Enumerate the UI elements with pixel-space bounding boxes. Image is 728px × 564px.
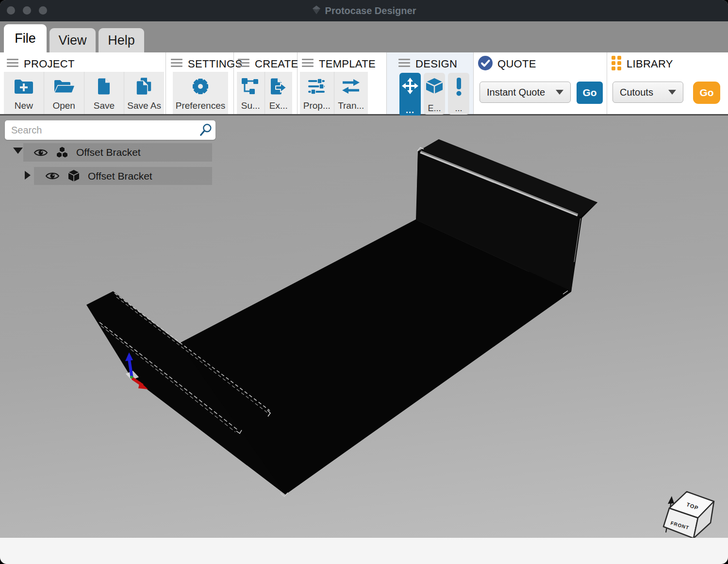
hamburger-menu-icon[interactable] <box>302 59 314 69</box>
button-label: Preferences <box>176 100 225 111</box>
button-label: Ex... <box>269 100 288 111</box>
button-label: Tran... <box>338 100 364 111</box>
save-button[interactable]: Save <box>84 72 125 114</box>
open-project-button[interactable]: Open <box>44 72 84 114</box>
exclamation-icon <box>455 78 463 98</box>
section-title: LIBRARY <box>627 58 673 70</box>
tab-file[interactable]: File <box>4 24 47 52</box>
button-label: ... <box>455 105 462 112</box>
3d-viewport[interactable]: TOP FRONT <box>0 116 728 538</box>
export-button[interactable]: Ex... <box>265 72 293 114</box>
assembly-cubes-icon <box>56 146 68 159</box>
section-title: QUOTE <box>497 58 536 70</box>
new-folder-icon <box>14 72 33 100</box>
button-label: ... <box>406 107 414 114</box>
button-label: New <box>15 100 33 111</box>
create-section-header: CREATE <box>238 57 298 71</box>
library-go-button[interactable]: Go <box>693 82 720 104</box>
go-button-label: Go <box>699 87 713 99</box>
subassembly-button[interactable]: Su... <box>237 72 265 114</box>
status-bar <box>0 538 728 564</box>
library-section-header: LIBRARY <box>612 57 673 71</box>
button-label: Save <box>94 100 115 111</box>
window-close-button[interactable] <box>7 6 15 15</box>
window-zoom-button[interactable] <box>39 6 47 15</box>
design-section: DESIGN ... <box>387 52 473 114</box>
visibility-eye-icon[interactable] <box>33 147 48 158</box>
part-cube-icon <box>67 169 80 182</box>
project-section-header: PROJECT <box>7 57 75 71</box>
tree-item-label: Offset Bracket <box>76 147 141 158</box>
check-circle-icon <box>478 55 493 73</box>
chevron-down-icon <box>556 90 563 95</box>
design-section-header: DESIGN <box>398 57 457 71</box>
window-minimize-button[interactable] <box>23 6 31 15</box>
hamburger-menu-icon[interactable] <box>7 59 18 69</box>
properties-button[interactable]: Prop... <box>300 72 334 114</box>
menu-tab-bar: File View Help <box>0 21 728 52</box>
preferences-button[interactable]: Preferences <box>173 72 228 114</box>
quote-go-button[interactable]: Go <box>577 82 603 104</box>
search-icon[interactable] <box>196 123 215 137</box>
hamburger-menu-icon[interactable] <box>171 59 182 69</box>
tab-view-label: View <box>58 33 86 48</box>
design-move-button[interactable]: ... <box>399 73 421 116</box>
project-buttons: New Open Save <box>4 72 164 114</box>
title-bar: Protocase Designer <box>0 0 728 21</box>
tree-row-assembly[interactable]: Offset Bracket <box>23 143 212 162</box>
export-document-icon <box>270 72 287 100</box>
quote-section-header: QUOTE <box>478 57 536 71</box>
button-label: Save As <box>127 100 161 111</box>
button-label: Prop... <box>303 100 331 111</box>
section-title: CREATE <box>255 58 298 70</box>
tab-file-label: File <box>15 31 36 46</box>
grid-dots-icon <box>612 56 622 73</box>
template-section-header: TEMPLATE <box>302 57 376 71</box>
button-label: Su... <box>241 100 260 111</box>
subassembly-nodes-icon <box>242 72 259 100</box>
sliders-icon <box>308 72 326 100</box>
transfer-button[interactable]: Tran... <box>334 72 368 114</box>
move-arrows-icon <box>402 78 418 96</box>
hamburger-menu-icon[interactable] <box>398 59 410 69</box>
section-title: PROJECT <box>24 58 75 70</box>
ribbon-toolbar: PROJECT New Open <box>0 52 728 116</box>
tab-view[interactable]: View <box>50 28 96 52</box>
dropdown-selected-value: Instant Quote <box>487 87 545 98</box>
save-as-button[interactable]: Save As <box>124 72 164 114</box>
visibility-eye-icon[interactable] <box>45 170 60 182</box>
section-divider <box>607 52 607 114</box>
save-as-documents-icon <box>135 72 153 100</box>
tab-help-label: Help <box>108 33 135 48</box>
go-button-label: Go <box>582 87 596 99</box>
section-divider <box>165 52 166 114</box>
orientation-cube[interactable]: TOP FRONT <box>663 492 714 538</box>
library-category-dropdown[interactable]: Cutouts <box>612 82 683 103</box>
create-buttons: Su... Ex... <box>237 72 292 114</box>
tree-item-label: Offset Bracket <box>88 170 152 182</box>
settings-buttons: Preferences <box>173 72 228 114</box>
tab-help[interactable]: Help <box>99 28 144 52</box>
new-project-button[interactable]: New <box>4 72 44 114</box>
hamburger-menu-icon[interactable] <box>238 59 249 69</box>
quote-type-dropdown[interactable]: Instant Quote <box>480 82 571 103</box>
app-window: Protocase Designer File View Help PROJEC… <box>0 0 728 564</box>
section-title: SETTINGS <box>188 58 242 70</box>
settings-section-header: SETTINGS <box>171 57 242 71</box>
design-alert-button[interactable]: ... <box>448 73 469 115</box>
section-divider <box>473 52 474 114</box>
search-input[interactable] <box>5 125 196 136</box>
window-title: Protocase Designer <box>325 5 416 17</box>
search-bar <box>5 120 215 140</box>
design-edit-button[interactable]: E... <box>424 73 445 115</box>
section-title: TEMPLATE <box>319 58 376 70</box>
section-title: DESIGN <box>415 58 457 70</box>
gear-icon <box>191 72 210 100</box>
button-label: E... <box>428 105 441 112</box>
template-buttons: Prop... Tran... <box>300 72 368 114</box>
tree-expander-open-icon[interactable] <box>13 148 23 154</box>
open-folder-icon <box>53 72 75 100</box>
tree-row-part[interactable]: Offset Bracket <box>34 167 212 185</box>
chevron-down-icon <box>668 90 676 95</box>
tree-expander-closed-icon[interactable] <box>25 171 31 180</box>
